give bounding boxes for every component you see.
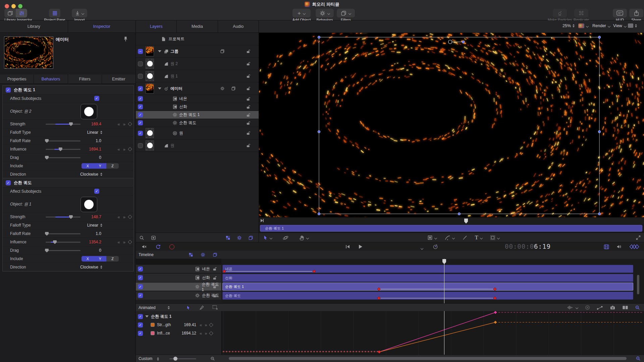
next-keyframe-icon[interactable]: » [123, 240, 125, 245]
selection-handle[interactable] [318, 36, 320, 38]
record-icon[interactable] [169, 244, 174, 249]
search-icon[interactable] [139, 235, 144, 240]
make-particles-button[interactable] [553, 9, 567, 17]
slider-knob[interactable] [45, 232, 49, 236]
layer-row[interactable]: ✓선화 [136, 103, 259, 111]
layers-stack-icon[interactable] [213, 252, 217, 257]
include-xyz-segment[interactable]: XYZ [82, 256, 119, 262]
param-value[interactable]: 169.4 [91, 122, 101, 126]
rect-tool-icon[interactable] [427, 235, 433, 240]
close-window-button[interactable] [5, 4, 9, 8]
param-select[interactable]: Linear [87, 130, 103, 135]
prev-keyframe-icon[interactable]: « [118, 147, 120, 152]
object-well[interactable] [80, 197, 97, 212]
tab-properties[interactable]: Properties [0, 74, 34, 83]
fullscreen-icon[interactable] [636, 235, 641, 240]
brush-tool-icon[interactable] [462, 235, 468, 240]
param-slider[interactable] [46, 124, 80, 125]
layer-row[interactable]: 원 [136, 139, 259, 152]
kfe-select-tool-icon[interactable] [186, 305, 191, 310]
timeline-track-header[interactable]: ✓순환 궤도 1 [136, 283, 221, 291]
param-value[interactable]: 1694.1 [89, 147, 101, 152]
track-enable-checkbox[interactable]: ✓ [138, 293, 143, 298]
zoom-fit-icon[interactable] [636, 356, 641, 361]
pin-icon[interactable] [123, 36, 128, 42]
layer-row[interactable]: ✓원 [136, 127, 259, 139]
disclosure-triangle[interactable] [158, 87, 161, 89]
layer-visibility-checkbox[interactable]: ✓ [138, 120, 143, 125]
track-enable-checkbox[interactable]: ✓ [138, 266, 143, 272]
timeline-track-header[interactable]: ✓네온 [136, 265, 221, 273]
track-enable-checkbox[interactable]: ✓ [138, 284, 143, 289]
kfe-mode-select[interactable]: Animated [139, 305, 156, 310]
param-select[interactable]: Clockwise [80, 172, 103, 177]
play-icon[interactable] [359, 245, 362, 249]
curve-view-select[interactable]: Custom [139, 356, 152, 361]
curve-start-keyframe[interactable] [378, 350, 381, 353]
selection-bounding-box[interactable] [319, 37, 599, 214]
layer-visibility-checkbox[interactable]: ✓ [138, 104, 143, 109]
go-to-start-icon[interactable] [345, 245, 350, 249]
tab-library[interactable]: Library [0, 20, 68, 33]
param-value[interactable]: 1354.2 [89, 240, 101, 244]
tab-layers[interactable]: Layers [136, 20, 177, 33]
kfe-channel-row[interactable]: ✓Str...gth169.41«» [136, 321, 221, 328]
checkerboard-icon[interactable] [225, 235, 230, 240]
disclosure-triangle[interactable] [158, 50, 161, 52]
disclosure-triangle[interactable] [145, 315, 149, 317]
timeline-track-header[interactable]: ✓순환 궤도 [136, 292, 221, 300]
add-object-button[interactable]: + [292, 9, 311, 17]
slider-knob[interactable] [69, 122, 73, 126]
timeline-playhead-line[interactable] [444, 259, 444, 303]
param-value[interactable]: 0 [99, 248, 101, 253]
param-slider[interactable] [46, 140, 80, 141]
kfe-pen-tool-icon[interactable] [199, 305, 204, 310]
param-select[interactable]: Linear [87, 223, 103, 228]
selection-handle[interactable] [598, 130, 600, 133]
loop-icon[interactable] [155, 244, 161, 249]
prev-keyframe-icon[interactable]: « [118, 215, 120, 220]
orbit-tool-icon[interactable] [282, 235, 289, 241]
timecode-menu-chevron[interactable] [421, 247, 423, 249]
split-view-icon[interactable] [622, 305, 628, 310]
slider-knob[interactable] [69, 215, 73, 219]
param-value[interactable]: 148.7 [91, 215, 101, 219]
next-keyframe-icon[interactable]: » [123, 147, 125, 152]
slider-knob[interactable] [59, 147, 62, 151]
color-channel-control[interactable] [578, 23, 589, 28]
zoom-out-icon[interactable] [210, 356, 215, 361]
keyframe-graph[interactable] [221, 311, 644, 355]
axis-y-toggle[interactable]: Y [94, 256, 106, 262]
tab-filters[interactable]: Filters [68, 74, 102, 83]
show-video-tracks-icon[interactable] [604, 244, 609, 249]
library-pane-button[interactable] [4, 9, 16, 17]
selection-handle[interactable] [318, 213, 320, 215]
layer-row[interactable]: ✓네온 [136, 95, 259, 103]
layer-visibility-checkbox[interactable]: ✓ [138, 86, 143, 91]
replicate-button[interactable] [574, 9, 588, 17]
selection-handle[interactable] [458, 213, 460, 215]
minimize-window-button[interactable] [11, 4, 16, 8]
add-keyframe-icon[interactable] [128, 147, 132, 152]
axis-z-toggle[interactable]: Z [106, 163, 119, 169]
slider-knob[interactable] [45, 156, 49, 160]
param-slider[interactable] [46, 250, 80, 251]
behavior-enable-checkbox[interactable]: ✓ [6, 180, 11, 185]
crop-tool-icon[interactable] [490, 235, 495, 240]
channel-enable-checkbox[interactable]: ✓ [138, 331, 143, 336]
view-menu[interactable]: View [613, 23, 627, 28]
param-select[interactable]: Clockwise [80, 265, 103, 269]
layout-control[interactable] [628, 23, 637, 28]
selection-handle[interactable] [598, 36, 600, 38]
channel-enable-checkbox[interactable]: ✓ [138, 322, 143, 327]
keyframe-path-icon[interactable] [597, 305, 603, 310]
timeline-track-bar[interactable]: 순환 궤도 1 [222, 283, 633, 291]
layer-visibility-checkbox[interactable]: ✓ [138, 112, 143, 117]
tab-behaviors[interactable]: Behaviors [34, 74, 68, 83]
behavior-enable-checkbox[interactable]: ✓ [6, 87, 11, 93]
timeline-track-bar[interactable]: 선화 [222, 274, 633, 282]
timeline-track-header[interactable]: ✓선화 [136, 274, 221, 282]
audio-mute-icon[interactable] [142, 244, 147, 249]
slider-knob[interactable] [53, 240, 57, 244]
prev-keyframe-icon[interactable]: « [200, 331, 202, 336]
